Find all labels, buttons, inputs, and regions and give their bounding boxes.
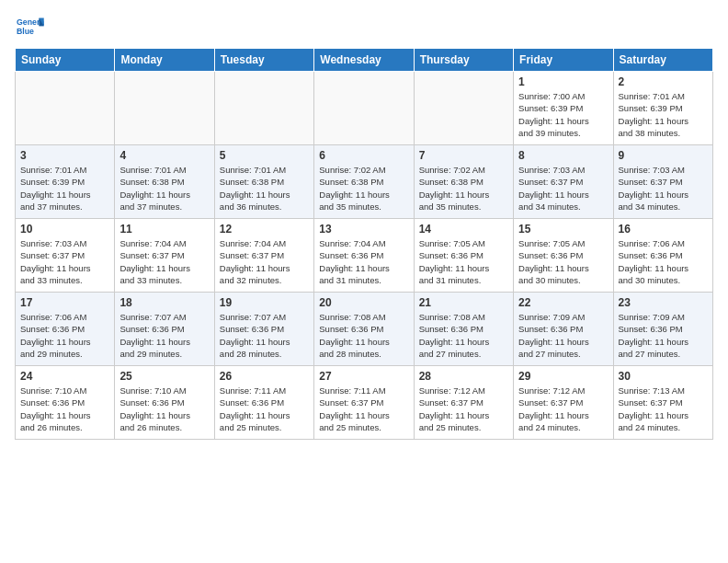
- weekday-header-row: SundayMondayTuesdayWednesdayThursdayFrid…: [16, 49, 713, 72]
- day-info: Sunrise: 7:08 AM Sunset: 6:36 PM Dayligh…: [319, 311, 408, 360]
- day-number: 25: [119, 370, 209, 383]
- calendar-day: 29Sunrise: 7:12 AM Sunset: 6:37 PM Dayli…: [514, 366, 613, 440]
- day-number: 11: [119, 223, 209, 236]
- day-info: Sunrise: 7:07 AM Sunset: 6:36 PM Dayligh…: [220, 311, 309, 360]
- day-number: 24: [20, 370, 109, 383]
- calendar-day: 24Sunrise: 7:10 AM Sunset: 6:36 PM Dayli…: [16, 366, 115, 440]
- day-number: 4: [119, 149, 209, 162]
- day-info: Sunrise: 7:04 AM Sunset: 6:37 PM Dayligh…: [119, 237, 209, 286]
- calendar-week-row: 17Sunrise: 7:06 AM Sunset: 6:36 PM Dayli…: [16, 293, 713, 366]
- day-number: 28: [419, 370, 508, 383]
- day-number: 7: [419, 149, 508, 162]
- day-info: Sunrise: 7:03 AM Sunset: 6:37 PM Dayligh…: [20, 237, 109, 286]
- calendar-day: 9Sunrise: 7:03 AM Sunset: 6:37 PM Daylig…: [613, 145, 712, 219]
- calendar-day: [414, 72, 513, 145]
- weekday-header-thursday: Thursday: [414, 49, 513, 72]
- day-number: 18: [119, 296, 209, 309]
- calendar-day: 21Sunrise: 7:08 AM Sunset: 6:36 PM Dayli…: [414, 293, 513, 366]
- calendar-day: [16, 72, 115, 145]
- day-info: Sunrise: 7:04 AM Sunset: 6:37 PM Dayligh…: [220, 237, 309, 286]
- day-info: Sunrise: 7:09 AM Sunset: 6:36 PM Dayligh…: [518, 311, 608, 360]
- weekday-header-monday: Monday: [115, 49, 214, 72]
- day-info: Sunrise: 7:05 AM Sunset: 6:36 PM Dayligh…: [419, 237, 508, 286]
- day-number: 23: [619, 296, 708, 309]
- day-number: 16: [619, 223, 708, 236]
- calendar-day: 7Sunrise: 7:02 AM Sunset: 6:38 PM Daylig…: [414, 145, 513, 219]
- day-number: 20: [319, 296, 408, 309]
- day-number: 5: [220, 149, 309, 162]
- calendar-day: 14Sunrise: 7:05 AM Sunset: 6:36 PM Dayli…: [414, 219, 513, 293]
- day-info: Sunrise: 7:02 AM Sunset: 6:38 PM Dayligh…: [319, 164, 408, 213]
- page-header: General Blue: [15, 15, 713, 40]
- calendar-day: 10Sunrise: 7:03 AM Sunset: 6:37 PM Dayli…: [16, 219, 115, 293]
- calendar-table: SundayMondayTuesdayWednesdayThursdayFrid…: [15, 48, 713, 440]
- day-number: 8: [518, 149, 608, 162]
- weekday-header-friday: Friday: [514, 49, 613, 72]
- calendar-week-row: 3Sunrise: 7:01 AM Sunset: 6:39 PM Daylig…: [16, 145, 713, 219]
- calendar-week-row: 1Sunrise: 7:00 AM Sunset: 6:39 PM Daylig…: [16, 72, 713, 145]
- weekday-header-wednesday: Wednesday: [314, 49, 414, 72]
- calendar-day: 19Sunrise: 7:07 AM Sunset: 6:36 PM Dayli…: [214, 293, 313, 366]
- day-info: Sunrise: 7:04 AM Sunset: 6:36 PM Dayligh…: [319, 237, 408, 286]
- day-number: 3: [20, 149, 109, 162]
- day-info: Sunrise: 7:01 AM Sunset: 6:39 PM Dayligh…: [20, 164, 109, 213]
- day-info: Sunrise: 7:11 AM Sunset: 6:37 PM Dayligh…: [319, 385, 408, 433]
- day-number: 17: [20, 296, 109, 309]
- day-number: 21: [419, 296, 508, 309]
- weekday-header-tuesday: Tuesday: [214, 49, 313, 72]
- day-info: Sunrise: 7:01 AM Sunset: 6:39 PM Dayligh…: [619, 90, 708, 139]
- day-number: 9: [619, 149, 708, 162]
- calendar-day: 27Sunrise: 7:11 AM Sunset: 6:37 PM Dayli…: [314, 366, 414, 440]
- day-number: 26: [220, 370, 309, 383]
- calendar-day: 30Sunrise: 7:13 AM Sunset: 6:37 PM Dayli…: [613, 366, 712, 440]
- day-number: 15: [518, 223, 608, 236]
- day-info: Sunrise: 7:13 AM Sunset: 6:37 PM Dayligh…: [619, 385, 708, 433]
- day-number: 14: [419, 223, 508, 236]
- calendar-week-row: 24Sunrise: 7:10 AM Sunset: 6:36 PM Dayli…: [16, 366, 713, 440]
- calendar-day: 16Sunrise: 7:06 AM Sunset: 6:36 PM Dayli…: [613, 219, 712, 293]
- weekday-header-sunday: Sunday: [16, 49, 115, 72]
- calendar-day: 25Sunrise: 7:10 AM Sunset: 6:36 PM Dayli…: [115, 366, 214, 440]
- calendar-day: 2Sunrise: 7:01 AM Sunset: 6:39 PM Daylig…: [613, 72, 712, 145]
- calendar-day: 13Sunrise: 7:04 AM Sunset: 6:36 PM Dayli…: [314, 219, 414, 293]
- day-info: Sunrise: 7:10 AM Sunset: 6:36 PM Dayligh…: [119, 385, 209, 433]
- calendar-day: 1Sunrise: 7:00 AM Sunset: 6:39 PM Daylig…: [514, 72, 613, 145]
- day-info: Sunrise: 7:06 AM Sunset: 6:36 PM Dayligh…: [619, 237, 708, 286]
- day-info: Sunrise: 7:03 AM Sunset: 6:37 PM Dayligh…: [619, 164, 708, 213]
- svg-text:Blue: Blue: [17, 27, 34, 36]
- calendar-day: 5Sunrise: 7:01 AM Sunset: 6:38 PM Daylig…: [214, 145, 313, 219]
- day-number: 22: [518, 296, 608, 309]
- day-info: Sunrise: 7:00 AM Sunset: 6:39 PM Dayligh…: [518, 90, 608, 139]
- day-number: 30: [619, 370, 708, 383]
- calendar-day: 22Sunrise: 7:09 AM Sunset: 6:36 PM Dayli…: [514, 293, 613, 366]
- day-info: Sunrise: 7:10 AM Sunset: 6:36 PM Dayligh…: [20, 385, 109, 433]
- calendar-day: 6Sunrise: 7:02 AM Sunset: 6:38 PM Daylig…: [314, 145, 414, 219]
- calendar-day: [314, 72, 414, 145]
- day-number: 19: [220, 296, 309, 309]
- calendar-day: 3Sunrise: 7:01 AM Sunset: 6:39 PM Daylig…: [16, 145, 115, 219]
- day-number: 29: [518, 370, 608, 383]
- calendar-day: 4Sunrise: 7:01 AM Sunset: 6:38 PM Daylig…: [115, 145, 214, 219]
- day-info: Sunrise: 7:06 AM Sunset: 6:36 PM Dayligh…: [20, 311, 109, 360]
- day-number: 10: [20, 223, 109, 236]
- day-number: 6: [319, 149, 408, 162]
- calendar-day: 8Sunrise: 7:03 AM Sunset: 6:37 PM Daylig…: [514, 145, 613, 219]
- calendar-day: 20Sunrise: 7:08 AM Sunset: 6:36 PM Dayli…: [314, 293, 414, 366]
- day-info: Sunrise: 7:07 AM Sunset: 6:36 PM Dayligh…: [119, 311, 209, 360]
- day-info: Sunrise: 7:05 AM Sunset: 6:36 PM Dayligh…: [518, 237, 608, 286]
- day-info: Sunrise: 7:09 AM Sunset: 6:36 PM Dayligh…: [619, 311, 708, 360]
- day-info: Sunrise: 7:02 AM Sunset: 6:38 PM Dayligh…: [419, 164, 508, 213]
- day-info: Sunrise: 7:12 AM Sunset: 6:37 PM Dayligh…: [518, 385, 608, 433]
- day-info: Sunrise: 7:08 AM Sunset: 6:36 PM Dayligh…: [419, 311, 508, 360]
- calendar-day: 12Sunrise: 7:04 AM Sunset: 6:37 PM Dayli…: [214, 219, 313, 293]
- day-number: 12: [220, 223, 309, 236]
- day-info: Sunrise: 7:01 AM Sunset: 6:38 PM Dayligh…: [119, 164, 209, 213]
- calendar-day: [115, 72, 214, 145]
- calendar-day: [214, 72, 313, 145]
- calendar-week-row: 10Sunrise: 7:03 AM Sunset: 6:37 PM Dayli…: [16, 219, 713, 293]
- calendar-day: 28Sunrise: 7:12 AM Sunset: 6:37 PM Dayli…: [414, 366, 513, 440]
- day-info: Sunrise: 7:12 AM Sunset: 6:37 PM Dayligh…: [419, 385, 508, 433]
- day-info: Sunrise: 7:01 AM Sunset: 6:38 PM Dayligh…: [220, 164, 309, 213]
- day-number: 2: [619, 75, 708, 88]
- calendar-day: 17Sunrise: 7:06 AM Sunset: 6:36 PM Dayli…: [16, 293, 115, 366]
